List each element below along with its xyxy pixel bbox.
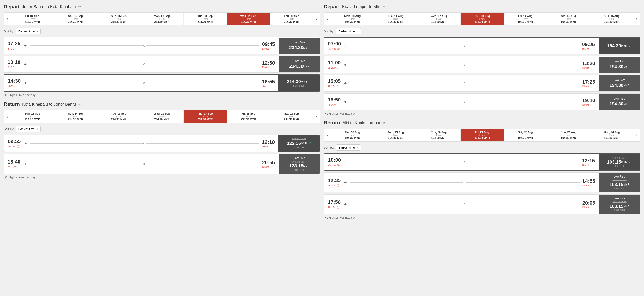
right-depart-prev-arrow[interactable]: ‹	[324, 13, 331, 25]
date-label-2: Wed, 12 Aug	[418, 15, 460, 18]
right-depart-date-cell-2[interactable]: Wed, 12 AugFrom194.30 MYR	[417, 13, 460, 25]
right-depart-date-cell-5[interactable]: Sat, 15 AugFrom194.30 MYR	[547, 13, 590, 25]
right-depart-date-cell-4[interactable]: Fri, 14 AugFrom194.30 MYR	[504, 13, 547, 25]
price-label-6: 194.30 MYR	[591, 20, 632, 24]
left-return-sort-select[interactable]: Earliest time	[16, 126, 40, 132]
flight-dot	[144, 163, 145, 165]
right-return-prev-arrow[interactable]: ‹	[324, 129, 331, 141]
plane-icon: ✈	[344, 160, 347, 164]
fare-box-2[interactable]: 214.30 MYR✓Selling fast	[278, 75, 320, 91]
date-label-3: Wed, 16 Sep	[142, 112, 183, 115]
left-return-route: Kota Kinabalu to Johor Bahru	[22, 102, 76, 107]
fare-box-0[interactable]: Low Fare234.30 MYR	[279, 38, 320, 54]
right-return-flight-card-2[interactable]: 17:502h 15m ⓘ✈20:05DirectLow Fare189.14 …	[324, 194, 640, 214]
left-return-date-cell-3[interactable]: Wed, 16 SepFrom234.30 MYR	[140, 110, 184, 123]
right-return-date-cell-3[interactable]: Fri, 21 AugFrom194.30 MYR	[460, 129, 504, 141]
fare-box-1[interactable]: Low Fare234.30 MYR	[279, 56, 320, 72]
left-return-edit-icon[interactable]: ✏	[78, 102, 81, 106]
arrive-0: 12:10Direct	[262, 139, 275, 148]
left-return-title: Return	[4, 101, 20, 107]
right-return-date-cell-6[interactable]: Mon, 24 AugFrom194.30 MYR	[590, 129, 633, 141]
left-return-prev-arrow[interactable]: ‹	[4, 110, 11, 123]
page-container: DepartJohor Bahru to Kota Kinabalu✏‹Fri,…	[0, 0, 644, 226]
right-depart-edit-icon[interactable]: ✏	[382, 5, 385, 9]
right-depart-flight-card-0[interactable]: 07:002h 25m ⓘ✈09:25Direct194.30 MYR✓	[324, 37, 640, 54]
right-return-date-cell-5[interactable]: Sun, 23 AugFrom194.30 MYR	[547, 129, 590, 141]
left-depart-date-cell-5[interactable]: Wed, 09 SepFrom214.30 MYR	[227, 13, 270, 25]
price-label-5: 234.30 MYR	[228, 118, 269, 121]
left-return-date-cell-2[interactable]: Tue, 15 SepFrom234.30 MYR	[97, 110, 140, 123]
right-return-next-arrow[interactable]: ›	[633, 129, 640, 141]
from-label-3: From	[462, 18, 503, 20]
left-depart-edit-icon[interactable]: ✏	[78, 5, 81, 9]
left-return-flight-card-0[interactable]: 09:552h 15m ⓘ✈12:10Direct228.01 MYR123.1…	[4, 135, 320, 152]
left-depart-flight-card-1[interactable]: 10:102h 20m ⓘ✈12:30DirectLow Fare234.30 …	[4, 56, 320, 73]
right-return-date-cell-0[interactable]: Tue, 18 AugFrom194.30 MYR	[331, 129, 374, 141]
right-depart-date-cell-3[interactable]: Thu, 13 AugFrom194.30 MYR	[460, 13, 504, 25]
right-depart-flight-card-1[interactable]: 11:002h 20m ⓘ✈13:20DirectLow Fare194.30 …	[324, 56, 640, 73]
price-label-0: 214.30 MYR	[12, 20, 53, 24]
right-return-date-cell-2[interactable]: Thu, 20 AugFrom194.30 MYR	[417, 129, 460, 141]
left-depart-date-cell-3[interactable]: Mon, 07 SepFrom214.30 MYR	[140, 13, 184, 25]
right-depart-sort-select[interactable]: Earliest time	[336, 28, 361, 35]
right-return-edit-icon[interactable]: ✏	[383, 121, 386, 125]
right-depart-flight-card-3[interactable]: 16:502h 20m ⓘ✈19:10DirectLow Fare194.30 …	[324, 93, 640, 110]
left-depart-flight-card-2[interactable]: 14:302h 25m ⓘ✈16:55Direct214.30 MYR✓Sell…	[4, 74, 320, 92]
right-return-date-cell-4[interactable]: Sat, 22 AugFrom194.30 MYR	[504, 129, 547, 141]
right-return-date-cell-1[interactable]: Wed, 19 AugFrom194.30 MYR	[374, 129, 417, 141]
left-return-date-cell-0[interactable]: Sun, 13 SepFrom214.30 MYR	[11, 110, 54, 123]
left-depart-date-cell-0[interactable]: Fri, 04 SepFrom214.30 MYR	[11, 13, 54, 25]
left-depart-date-cell-6[interactable]: Thu, 10 SepFrom214.30 MYR	[270, 13, 313, 25]
date-label-0: Sun, 13 Sep	[12, 112, 53, 115]
date-label-0: Tue, 18 Aug	[332, 131, 373, 134]
fare-box-1[interactable]: Low Fare189.14 MYR103.15 MYR50% OFF	[599, 173, 640, 192]
from-label-0: From	[332, 18, 373, 20]
fare-box-2[interactable]: Low Fare189.14 MYR103.15 MYR50% OFF	[599, 195, 640, 214]
price-label-6: 294.30 MYR	[271, 118, 312, 121]
left-return-date-cell-6[interactable]: Sat, 19 SepFrom294.30 MYR	[270, 110, 313, 123]
right-return-flight-card-0[interactable]: 10:002h 15m ⓘ✈12:15Direct189.14 MYR103.1…	[324, 154, 640, 171]
left-depart-sort-select[interactable]: Earliest time	[16, 28, 40, 35]
fare-box-1[interactable]: Low Fare228.01 MYR123.15 MYR50% OFF	[279, 154, 320, 174]
right-return-sort-select[interactable]: Earliest time	[336, 144, 361, 151]
fare-box-0[interactable]: 228.01 MYR123.15 MYR✓50% OFF	[278, 135, 320, 152]
check-icon: ✓	[308, 141, 311, 145]
fare-box-3[interactable]: Low Fare194.30 MYR	[599, 94, 640, 110]
price-label-1: 194.30 MYR	[375, 20, 416, 24]
depart-time-2: 15:052h 20m ⓘ	[328, 78, 342, 88]
left-return-flight-card-1[interactable]: 18:402h 15m ⓘ✈20:55DirectLow Fare228.01 …	[4, 154, 320, 174]
from-label-5: From	[228, 18, 269, 20]
fare-box-2[interactable]: Low Fare194.30 MYR	[599, 75, 640, 91]
left-return-next-arrow[interactable]: ›	[313, 110, 320, 123]
left-depart-prev-arrow[interactable]: ‹	[4, 13, 11, 25]
from-label-5: From	[228, 115, 269, 118]
date-label-5: Fri, 18 Sep	[228, 112, 269, 115]
left-depart-date-cell-4[interactable]: Tue, 08 SepFrom214.30 MYR	[183, 13, 227, 25]
date-label-0: Mon, 10 Aug	[332, 15, 373, 18]
from-label-6: From	[591, 134, 632, 136]
check-icon: ✓	[308, 79, 311, 84]
date-label-5: Sun, 23 Aug	[548, 131, 589, 134]
right-depart-next-arrow[interactable]: ›	[633, 13, 640, 25]
left-depart-flight-card-0[interactable]: 07:252h 20m ⓘ✈09:45DirectLow Fare234.30 …	[4, 37, 320, 54]
right-depart-date-cell-0[interactable]: Mon, 10 AugFrom194.30 MYR	[331, 13, 374, 25]
from-label-3: From	[142, 115, 183, 118]
right-depart-date-cell-1[interactable]: Tue, 11 AugFrom194.30 MYR	[374, 13, 417, 25]
from-label-0: From	[332, 134, 373, 136]
fare-box-0[interactable]: 189.14 MYR103.15 MYR✓50% OFF	[598, 154, 640, 170]
right-depart-date-cell-6[interactable]: Sun, 16 AugFrom194.30 MYR	[590, 13, 633, 25]
left-return-date-cell-5[interactable]: Fri, 18 SepFrom234.30 MYR	[227, 110, 270, 123]
left-return-date-cell-1[interactable]: Mon, 14 SepFrom214.30 MYR	[54, 110, 97, 123]
flight-info-1: 12:352h 20m ⓘ✈14:55Direct	[324, 174, 599, 191]
right-depart-flight-card-2[interactable]: 15:052h 20m ⓘ✈17:25DirectLow Fare194.30 …	[324, 75, 640, 92]
left-depart-date-cell-2[interactable]: Sun, 06 SepFrom214.30 MYR	[97, 13, 140, 25]
right-return-flight-card-1[interactable]: 12:352h 20m ⓘ✈14:55DirectLow Fare189.14 …	[324, 173, 640, 192]
price-label-4: 214.30 MYR	[184, 20, 226, 24]
left-depart-sort-label: Sort by:	[4, 30, 14, 33]
left-depart-date-cell-1[interactable]: Sat, 05 SepFrom214.30 MYR	[54, 13, 97, 25]
left-depart-next-arrow[interactable]: ›	[313, 13, 320, 25]
fare-box-1[interactable]: Low Fare194.30 MYR	[599, 57, 640, 73]
left-return-date-cell-4[interactable]: Thu, 17 SepFrom234.30 MYR	[183, 110, 227, 123]
flight-info-2: 17:502h 15m ⓘ✈20:05Direct	[324, 196, 599, 212]
fare-box-0[interactable]: 194.30 MYR✓	[598, 38, 640, 54]
